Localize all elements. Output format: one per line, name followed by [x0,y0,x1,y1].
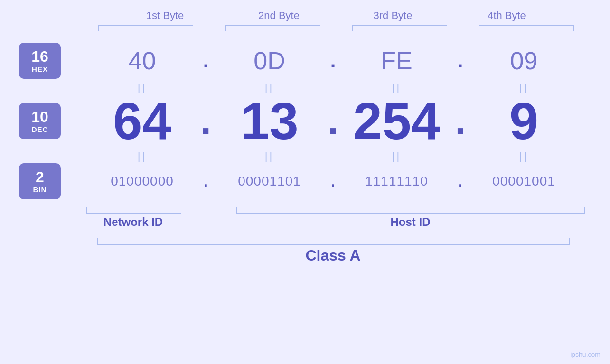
labels-row: Network ID Host ID [19,215,591,229]
bracket-1 [93,25,197,33]
host-id-bracket [231,205,590,214]
bin-values: 01000000 . 00001101 . 11111110 . 0000100… [75,174,591,189]
network-id-label: Network ID [81,215,186,229]
bin-b2: 00001101 [217,174,322,189]
byte4-header: 4th Byte [455,9,559,22]
byte-headers: 1st Byte 2nd Byte 3rd Byte 4th Byte [19,9,591,22]
hex-b3: FE [345,47,449,75]
dec-badge: 10 DEC [19,103,61,139]
bracket-2 [220,25,325,33]
class-bracket-right [569,238,570,245]
hex-b2: 0D [217,47,322,75]
bin-dot2: . [327,174,340,189]
dec-base-label: DEC [32,125,48,133]
network-id-bracket [81,205,186,214]
eq2-b4: || [472,150,576,162]
watermark: ipshu.com [570,351,601,358]
host-bracket-right [584,207,585,214]
dec-base-number: 10 [31,109,48,125]
bin-base-label: BIN [33,186,47,194]
dec-dot1: . [199,102,213,140]
byte3-header: 3rd Byte [341,9,445,22]
dec-row: 10 DEC 64 . 13 . 254 . 9 [19,95,591,147]
bracket-3 [347,25,452,33]
class-label-row: Class A [19,247,591,264]
class-label: Class A [92,247,574,264]
eq2-b3: || [345,150,449,162]
bracket-4 [475,25,579,33]
byte1-header: 1st Byte [113,9,217,22]
bin-b1: 01000000 [90,174,195,189]
eq2-b1: || [90,150,195,162]
bin-dot3: . [454,174,467,189]
byte2-header: 2nd Byte [227,9,331,22]
class-bracket [92,236,574,245]
eq2-b2: || [217,150,322,162]
bin-base-number: 2 [36,169,44,186]
dec-b4: 9 [472,95,576,147]
hex-base-number: 16 [31,48,48,65]
bin-row: 2 BIN 01000000 . 00001101 . 11111110 . 0… [19,163,591,199]
hex-dot2: . [327,51,340,71]
dec-b2: 13 [217,95,322,147]
dec-values: 64 . 13 . 254 . 9 [75,95,591,147]
equals-row-1: || || || || [19,82,591,94]
host-id-label: Host ID [231,215,590,229]
bin-badge: 2 BIN [19,163,61,199]
class-bracket-row [19,236,591,245]
dec-dot2: . [327,102,340,140]
main-container: 1st Byte 2nd Byte 3rd Byte 4th Byte 16 H… [0,0,610,364]
hex-b4: 09 [472,47,576,75]
bin-b3: 11111110 [345,174,449,189]
hex-dot1: . [199,51,213,71]
hex-values: 40 . 0D . FE . 09 [75,47,591,75]
bottom-brackets-row [19,205,591,214]
bin-dot1: . [199,174,213,189]
bin-b4: 00001001 [472,174,576,189]
hex-badge: 16 HEX [19,43,61,79]
hex-b1: 40 [90,47,195,75]
dec-dot3: . [454,102,467,140]
hex-row: 16 HEX 40 . 0D . FE . 09 [19,43,591,79]
top-bracket-row [19,25,591,33]
hex-base-label: HEX [32,65,48,73]
dec-b3: 254 [345,95,449,147]
dec-b1: 64 [90,95,195,147]
hex-dot3: . [454,51,467,71]
equals-row-2: || || || || [19,150,591,162]
